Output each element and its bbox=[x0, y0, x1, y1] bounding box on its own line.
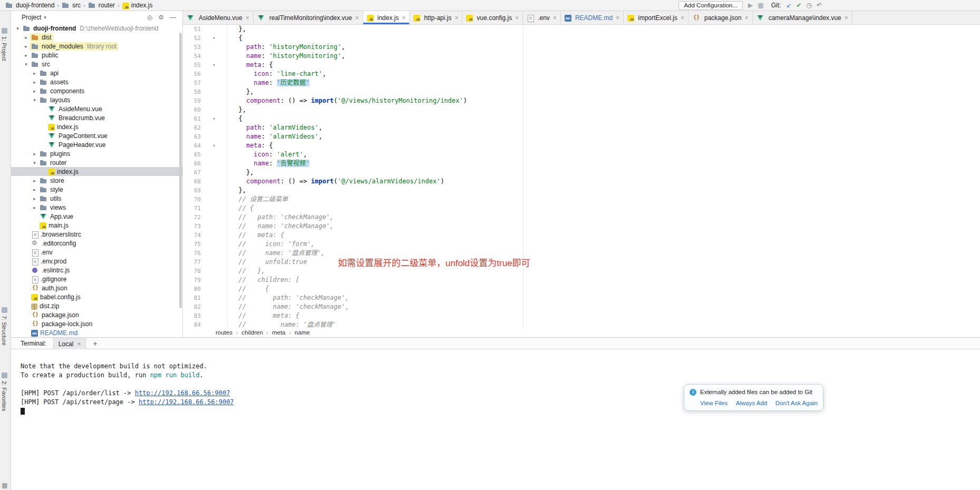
line-number[interactable]: 58 bbox=[183, 87, 201, 96]
line-number[interactable]: 82 bbox=[183, 302, 201, 311]
code-line[interactable]: 78 // }, bbox=[183, 267, 980, 276]
code-line[interactable]: 82 // name: 'checkManage', bbox=[183, 302, 980, 311]
line-number[interactable]: 51 bbox=[183, 25, 201, 34]
code-line[interactable]: 77 // unfold:true bbox=[183, 258, 980, 267]
code-line[interactable]: 80 // { bbox=[183, 285, 980, 293]
code-line[interactable]: 57 name: '历史数据' bbox=[183, 79, 980, 87]
code-line[interactable]: 51 }, bbox=[183, 25, 980, 34]
editor-tab[interactable]: .env× bbox=[523, 11, 561, 24]
code-line[interactable]: 63 name: 'alarmVideos', bbox=[183, 132, 980, 141]
line-number[interactable]: 55 bbox=[183, 61, 201, 70]
tree-item[interactable]: ▾router bbox=[11, 158, 182, 167]
locate-icon[interactable]: ◎ bbox=[147, 14, 152, 21]
tree-item[interactable]: .env.prod bbox=[11, 257, 182, 266]
tree-item[interactable]: README.md bbox=[11, 328, 182, 337]
fold-marker-icon[interactable]: ▾ bbox=[201, 114, 228, 123]
tree-item[interactable]: ▾src bbox=[11, 60, 182, 68]
breadcrumb-item[interactable]: children bbox=[241, 328, 263, 337]
tree-item[interactable]: index.js bbox=[11, 167, 182, 176]
code-line[interactable]: 64▾ meta: { bbox=[183, 141, 980, 150]
editor-tab[interactable]: realTimeMonitoring\index.vue× bbox=[254, 11, 363, 24]
chevron-down-icon[interactable]: ▾ bbox=[31, 97, 38, 103]
line-number[interactable]: 84 bbox=[183, 320, 201, 328]
fold-marker-icon[interactable]: ▾ bbox=[201, 34, 228, 43]
chevron-right-icon[interactable]: ▸ bbox=[31, 187, 38, 192]
tree-item[interactable]: AsideMenu.vue bbox=[11, 104, 182, 113]
breadcrumb-item[interactable]: name bbox=[295, 328, 310, 337]
tree-item[interactable]: ▸utils bbox=[11, 194, 182, 203]
code-editor[interactable]: 51 },52▾ {53 path: 'historyMonitoring',5… bbox=[183, 25, 980, 328]
terminal-link[interactable]: http://192.168.66.56:9007 bbox=[139, 398, 234, 406]
line-number[interactable]: 68 bbox=[183, 177, 201, 186]
tree-item[interactable]: ▸dist bbox=[11, 33, 182, 42]
tree-item[interactable]: package-lock.json bbox=[11, 319, 182, 328]
tree-item[interactable]: package.json bbox=[11, 310, 182, 319]
line-number[interactable]: 76 bbox=[183, 249, 201, 258]
line-number[interactable]: 70 bbox=[183, 195, 201, 204]
tree-item[interactable]: ▸node_moduleslibrary root bbox=[11, 42, 182, 51]
code-line[interactable]: 70 // 设置二级菜单 bbox=[183, 195, 980, 204]
close-icon[interactable]: × bbox=[616, 14, 619, 22]
tool-window-switcher-icon[interactable] bbox=[2, 482, 9, 489]
chevron-right-icon[interactable]: ▸ bbox=[31, 205, 38, 210]
line-number[interactable]: 81 bbox=[183, 293, 201, 302]
editor-tab[interactable]: README.md× bbox=[561, 11, 624, 24]
code-line[interactable]: 62 path: 'alarmVideos', bbox=[183, 123, 980, 132]
project-scrollbar[interactable] bbox=[179, 33, 182, 308]
tree-item[interactable]: babel.config.js bbox=[11, 292, 182, 301]
code-line[interactable]: 83 // meta: { bbox=[183, 311, 980, 320]
tree-item[interactable]: .browserslistrc bbox=[11, 230, 182, 239]
editor-tab[interactable]: AsideMenu.vue× bbox=[183, 11, 254, 24]
line-number[interactable]: 71 bbox=[183, 204, 201, 213]
chevron-down-icon[interactable]: ▾ bbox=[23, 62, 30, 67]
tree-item[interactable]: ▸style bbox=[11, 185, 182, 194]
chevron-right-icon[interactable]: ▸ bbox=[31, 151, 38, 156]
editor-tab[interactable]: http-api.js× bbox=[410, 11, 462, 24]
tool-window-button-structure[interactable]: 7: Structure bbox=[1, 307, 7, 346]
code-line[interactable]: 53 path: 'historyMonitoring', bbox=[183, 43, 980, 52]
editor-tab[interactable]: cameraManage\index.vue× bbox=[753, 11, 852, 24]
hide-icon[interactable]: ― bbox=[170, 14, 176, 21]
line-number[interactable]: 74 bbox=[183, 231, 201, 240]
add-configuration-button[interactable]: Add Configuration... bbox=[678, 1, 743, 10]
tree-item[interactable]: index.js bbox=[11, 122, 182, 131]
fold-marker-icon[interactable]: ▾ bbox=[201, 61, 228, 70]
code-line[interactable]: 54 name: 'historyMonitoring', bbox=[183, 52, 980, 61]
tree-item[interactable]: dist.zip bbox=[11, 301, 182, 310]
breadcrumb-item[interactable]: meta bbox=[272, 328, 286, 337]
line-number[interactable]: 60 bbox=[183, 105, 201, 114]
editor-tab[interactable]: package.json× bbox=[688, 11, 753, 24]
line-number[interactable]: 69 bbox=[183, 186, 201, 195]
code-line[interactable]: 74 // meta: { bbox=[183, 231, 980, 240]
code-line[interactable]: 66 name: '告警视频' bbox=[183, 159, 980, 168]
line-number[interactable]: 62 bbox=[183, 123, 201, 132]
line-number[interactable]: 75 bbox=[183, 240, 201, 249]
tree-item[interactable]: .env bbox=[11, 248, 182, 257]
tool-window-button-favorites[interactable]: 2: Favorites bbox=[1, 373, 7, 411]
line-number[interactable]: 73 bbox=[183, 222, 201, 231]
notification-action[interactable]: Don't Ask Again bbox=[775, 400, 818, 406]
code-line[interactable]: 55▾ meta: { bbox=[183, 61, 980, 70]
chevron-down-icon[interactable]: ▾ bbox=[14, 26, 21, 31]
tree-item[interactable]: .editorconfig bbox=[11, 239, 182, 248]
code-line[interactable]: 75 // icon: 'form', bbox=[183, 240, 980, 249]
line-number[interactable]: 65 bbox=[183, 150, 201, 159]
chevron-right-icon[interactable]: ▸ bbox=[31, 80, 38, 85]
tree-item[interactable]: .gitignore bbox=[11, 275, 182, 283]
tree-item[interactable]: ▸api bbox=[11, 68, 182, 77]
tree-item[interactable]: ▸assets bbox=[11, 77, 182, 86]
editor-tab[interactable]: vue.config.js× bbox=[462, 11, 523, 24]
line-number[interactable]: 77 bbox=[183, 258, 201, 267]
tree-item[interactable]: main.js bbox=[11, 221, 182, 230]
chevron-right-icon[interactable]: ▸ bbox=[31, 71, 38, 76]
editor-tab[interactable]: index.js× bbox=[363, 11, 410, 24]
tree-item[interactable]: App.vue bbox=[11, 212, 182, 221]
code-line[interactable]: 71 // { bbox=[183, 204, 980, 213]
terminal-tab-local[interactable]: Local × bbox=[53, 338, 86, 349]
breadcrumb-item[interactable]: routes bbox=[216, 328, 232, 337]
close-icon[interactable]: × bbox=[681, 14, 684, 22]
close-icon[interactable]: × bbox=[553, 14, 557, 22]
tree-item[interactable]: ▸views bbox=[11, 203, 182, 212]
code-line[interactable]: 72 // path: 'checkManage', bbox=[183, 213, 980, 222]
code-line[interactable]: 59 component: () => import('@/views/hist… bbox=[183, 96, 980, 105]
